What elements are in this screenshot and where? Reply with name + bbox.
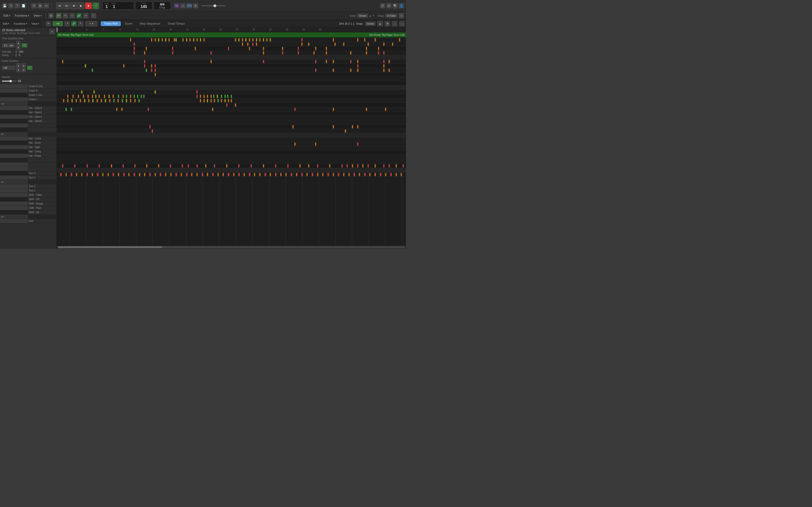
edit-menu-button[interactable]: Edit ▾ — [2, 13, 12, 18]
piano-key-spacer3 — [0, 158, 28, 162]
grid-hat-tight — [57, 99, 406, 103]
tab-piano-roll[interactable]: Piano Roll — [101, 21, 121, 26]
file-icon[interactable]: 📄 — [21, 3, 26, 8]
rewind-button[interactable]: ⏮ — [56, 2, 63, 9]
fader-knob[interactable] — [213, 4, 216, 7]
pr-expand-icon[interactable]: ⊞ — [385, 21, 390, 26]
snap-down-icon[interactable]: ▼ — [372, 14, 374, 17]
quantize-value[interactable]: 1/1...ote — [2, 44, 15, 47]
scale-value[interactable]: Off — [2, 66, 15, 70]
grid-tom3 — [57, 125, 406, 129]
pencil-tool-icon[interactable]: ✏ — [56, 13, 61, 18]
drag-label: Drag: — [378, 14, 384, 17]
view-chevron-icon: ▾ — [41, 14, 42, 17]
strength-label: Strength — [2, 50, 14, 53]
track-label-hat-tight: Hat - Tight — [28, 146, 57, 149]
region-label-left: Mix-Ready 'Big Riggs' Drum midi — [58, 34, 94, 36]
tab-step-sequencer[interactable]: Step Sequencer — [136, 21, 164, 26]
tempo-label: KEEP — [141, 2, 146, 5]
bar-ruler: 1 3 5 7 9 11 13 15 17 19 21 23 25 27 29 … — [57, 27, 406, 32]
drag-value[interactable]: X-Fade — [385, 14, 397, 18]
scale-up-icon[interactable]: ▲ — [16, 63, 20, 68]
divider-2 — [51, 2, 52, 9]
functions-menu-button[interactable]: Functions ▾ — [13, 13, 31, 18]
grid-view-icon[interactable]: ⊞ — [48, 13, 54, 18]
bar-5: 5 — [86, 28, 88, 31]
swing-icon: || — [15, 54, 17, 56]
pr-divider — [43, 20, 43, 27]
swing-value: 0 — [19, 54, 20, 56]
list-icon[interactable]: ☰ — [380, 3, 385, 8]
quantize-q-button[interactable]: Q — [21, 43, 27, 48]
scale-down2-icon[interactable]: ▼ — [21, 68, 26, 72]
pr-snap-up-icon[interactable]: ▲ — [377, 21, 383, 26]
tab-score[interactable]: Score — [121, 21, 136, 26]
pr-cursor-icon[interactable]: ↖ — [78, 21, 83, 26]
note-grid[interactable] — [57, 38, 406, 245]
scale-up2-icon[interactable]: ▲ — [21, 63, 26, 68]
scale-down-icon[interactable]: ▼ — [16, 68, 20, 72]
collapse-icon[interactable]: ≡ — [49, 29, 55, 34]
piano-key-crash-l — [0, 97, 28, 101]
save-icon[interactable]: 💾 — [2, 3, 7, 8]
piano-key-hat-tight — [0, 145, 28, 149]
grid-hat-pedal — [57, 107, 406, 112]
pointer-tool-icon[interactable]: ↖ — [63, 13, 68, 18]
track-label-snr-hit: SNR - Hit — [28, 211, 57, 214]
quantize-up-icon[interactable]: ▲ — [16, 41, 20, 45]
pr-chase-icon[interactable]: ↗ — [64, 21, 70, 26]
channel-strip-icon[interactable]: 1234 — [187, 3, 192, 8]
midi-icon[interactable]: M — [174, 3, 179, 8]
master-fader[interactable] — [202, 5, 226, 6]
pr-resize-icon[interactable]: ↕ — [392, 21, 397, 26]
swing-label: Swing — [2, 54, 14, 56]
piano-key-c3: C3 — [0, 102, 28, 106]
pr-trim-icon[interactable]: ↔ — [399, 21, 405, 26]
pr-functions-menu[interactable]: Functions ▾ — [12, 22, 29, 25]
quantize-down-icon[interactable]: ▼ — [16, 45, 20, 50]
pr-edit-menu[interactable]: Edit ▾ — [1, 22, 11, 25]
scale-value-row: Off ▲ ▼ ▲ ▼ Q — [2, 63, 55, 72]
play-button[interactable]: ▶ — [78, 2, 85, 9]
stop-button[interactable]: ■ — [70, 2, 77, 9]
fast-forward-button[interactable]: ⏭ — [63, 2, 70, 9]
scrollbar-thumb[interactable] — [58, 246, 162, 248]
scale-quantize-title: Scale Quantize — [2, 60, 55, 62]
score-icon[interactable]: ♫ — [180, 3, 186, 8]
plugin-icon[interactable]: A — [193, 3, 198, 8]
record-button[interactable]: ● — [85, 2, 92, 9]
grid-hat-open0 — [57, 72, 406, 77]
cut-icon[interactable]: ✂ — [44, 3, 49, 8]
search-icon[interactable]: 🔍 — [393, 3, 398, 8]
pr-midi-in-icon[interactable]: ●▶ — [52, 21, 63, 26]
arrow-left-icon[interactable]: ← — [91, 13, 96, 18]
user-icon[interactable]: 👤 — [399, 3, 404, 8]
pr-zoom-icon[interactable]: ↖ ▾ — [85, 21, 97, 26]
undo-icon[interactable]: ↺ — [31, 3, 37, 8]
pr-link-icon[interactable]: 🔗 — [71, 21, 77, 26]
view-menu-button[interactable]: View ▾ — [32, 13, 43, 18]
pr-snap-value[interactable]: Smart — [365, 22, 375, 25]
link-icon[interactable]: 🔗 — [77, 13, 82, 18]
tab-smart-tempo[interactable]: Smart Tempo — [164, 21, 188, 26]
velocity-knob[interactable] — [9, 80, 12, 82]
pr-view-menu[interactable]: View ▾ — [30, 22, 41, 25]
tempo-display[interactable]: KEEP 145 — [135, 2, 152, 10]
velocity-slider[interactable] — [2, 80, 16, 81]
info-icon[interactable]: ℹ — [8, 3, 13, 8]
cycle-button[interactable]: ↺ — [92, 2, 99, 9]
key-signature-value: Cmaj — [156, 6, 168, 9]
track-label-crash-l: Crash L — [28, 98, 57, 101]
customize-icon[interactable]: ⊞ — [38, 3, 43, 8]
snap-value[interactable]: Smart — [357, 14, 368, 18]
cursor-icon[interactable]: ↗ — [83, 13, 89, 18]
piano-icon[interactable]: ⊟ — [386, 3, 392, 8]
waveform-icon[interactable]: ~ — [69, 13, 75, 18]
help-icon[interactable]: ? — [14, 3, 20, 8]
snap-up-icon[interactable]: ▲ — [369, 14, 371, 17]
scale-q-button[interactable]: Q — [27, 66, 33, 70]
pr-pencil-icon[interactable]: ✏ — [46, 21, 51, 26]
time-signature-display[interactable]: 4/4 Cmaj — [154, 2, 170, 10]
drag-options-icon[interactable]: ≡ — [399, 13, 404, 18]
horizontal-scrollbar[interactable] — [58, 246, 405, 248]
